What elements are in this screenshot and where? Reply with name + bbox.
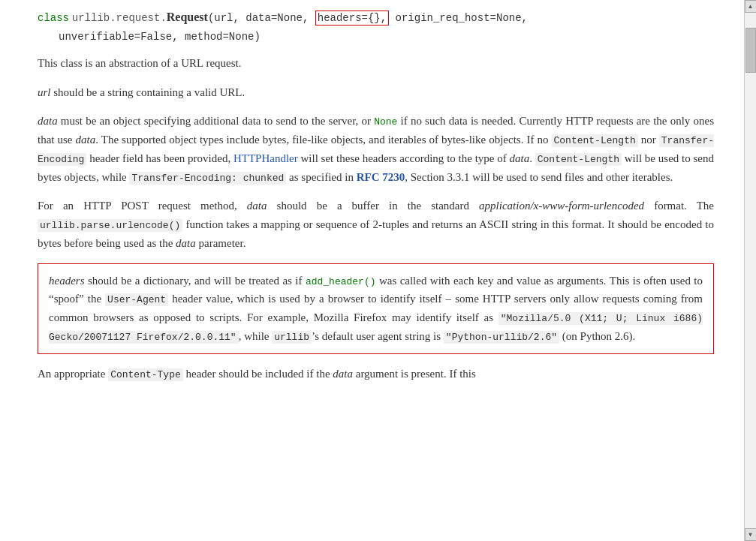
urllib-code: urllib — [272, 331, 312, 344]
class-name: Request — [167, 11, 208, 23]
url-param-italic: url — [38, 86, 51, 98]
class-params-part1: url, data=None, — [214, 12, 315, 24]
data-italic-post: data — [247, 200, 267, 212]
none-keyword: None — [374, 116, 397, 128]
page-container: class urllib.request.Request(url, data=N… — [0, 0, 756, 541]
data-italic-section6: data — [333, 368, 353, 380]
headers-italic: headers — [49, 275, 85, 287]
section2-text: url should be a string containing a vali… — [38, 83, 714, 102]
section4-text: For an HTTP POST request method, data sh… — [38, 197, 714, 252]
user-agent-code: User-Agent — [105, 293, 168, 306]
section-class-description: This class is an abstraction of a URL re… — [38, 54, 714, 73]
section-url-description: url should be a string containing a vali… — [38, 83, 714, 102]
section-post-description: For an HTTP POST request method, data sh… — [38, 197, 714, 252]
form-urlencoded-italic: application/x-www-form-urlencoded — [479, 200, 644, 212]
class-module: urllib.request. — [72, 12, 167, 24]
content-type-code: Content-Type — [108, 368, 183, 381]
class-params-after: origin_req_host=None, — [389, 12, 528, 24]
class-params-line2: unverifiable=False, method=None — [59, 31, 254, 43]
scrollbar-up-button[interactable]: ▲ — [745, 0, 757, 13]
python-urllib-code: ″Python-urllib/2.6″ — [444, 331, 559, 344]
rfc7230-link[interactable]: RFC 7230 — [357, 171, 405, 183]
this-text: this — [459, 368, 476, 380]
data-italic-1: data — [38, 115, 58, 127]
data-italic-2: data — [76, 134, 96, 146]
content-area: class urllib.request.Request(url, data=N… — [0, 0, 744, 541]
class-keyword: class — [38, 12, 69, 24]
add-header-link[interactable]: add_header() — [306, 276, 376, 287]
firefox-agent-code: ″Mozilla/5.0 (X11; U; Linux i686) Gecko/… — [49, 312, 703, 344]
section6-text: An appropriate Content-Type header shoul… — [38, 365, 714, 383]
section1-text: This class is an abstraction of a URL re… — [38, 54, 714, 73]
class-signature: class urllib.request.Request(url, data=N… — [38, 8, 714, 45]
section-content-type: An appropriate Content-Type header shoul… — [38, 365, 714, 383]
scrollbar-track[interactable] — [745, 13, 756, 541]
scrollbar[interactable]: ▲ ▼ — [744, 0, 756, 541]
scrollbar-down-button[interactable]: ▼ — [745, 528, 757, 541]
content-length-code-1: Content-Length — [552, 134, 638, 147]
content-length-code-2: Content-Length — [535, 153, 622, 166]
scrollbar-thumb[interactable] — [745, 28, 756, 73]
section-data-description: data must be an object specifying additi… — [38, 112, 714, 186]
class-params-close: ) — [254, 31, 260, 43]
section3-text: data must be an object specifying additi… — [38, 112, 714, 186]
transfer-encoding-chunked-code: Transfer-Encoding: chunked — [129, 172, 286, 185]
data-italic-param: data — [176, 237, 196, 249]
headers-highlighted-section: headers should be a dictionary, and will… — [38, 263, 714, 354]
param-highlighted: headers={}, — [315, 11, 389, 26]
urlencode-code: urllib.parse.urlencode() — [38, 219, 182, 232]
httphandler-link[interactable]: HTTPHandler — [233, 152, 298, 164]
data-italic-3: data — [510, 152, 530, 164]
section5-text: headers should be a dictionary, and will… — [49, 272, 703, 346]
